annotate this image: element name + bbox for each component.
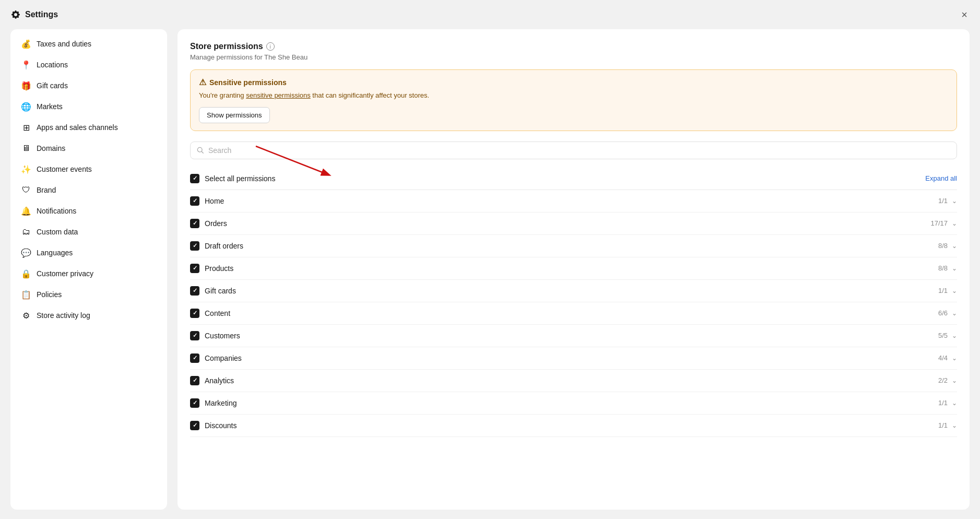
info-icon[interactable]: i bbox=[266, 42, 275, 51]
permission-count: 1/1 bbox=[938, 421, 948, 429]
permission-row: Customers 5/5 ⌄ bbox=[190, 325, 957, 347]
top-bar: Settings × bbox=[0, 0, 980, 29]
permissions-list: Home 1/1 ⌄ Orders 17/17 ⌄ Draft orders 8… bbox=[190, 190, 957, 437]
sensitive-permissions-link[interactable]: sensitive permissions bbox=[246, 91, 311, 99]
show-permissions-button[interactable]: Show permissions bbox=[199, 107, 270, 123]
permission-row: Home 1/1 ⌄ bbox=[190, 190, 957, 213]
sidebar-item-customer-events[interactable]: ✨ Customer events bbox=[13, 159, 165, 180]
select-all-checkbox[interactable] bbox=[190, 174, 199, 183]
chevron-down-icon[interactable]: ⌄ bbox=[952, 355, 957, 362]
permission-count: 1/1 bbox=[938, 399, 948, 407]
select-all-row: Select all permissions Expand all bbox=[190, 168, 957, 190]
search-input[interactable] bbox=[208, 146, 950, 155]
permission-count: 8/8 bbox=[938, 264, 948, 272]
permission-checkbox[interactable] bbox=[190, 286, 199, 296]
main-layout: 💰 Taxes and duties 📍 Locations 🎁 Gift ca… bbox=[0, 29, 980, 519]
permission-label: Analytics bbox=[205, 376, 938, 385]
expand-all-button[interactable]: Expand all bbox=[925, 174, 957, 182]
svg-line-1 bbox=[202, 151, 203, 153]
sidebar-icon-taxes-duties: 💰 bbox=[21, 39, 31, 49]
sidebar-icon-apps-sales: ⊞ bbox=[21, 122, 31, 133]
sidebar-item-taxes-duties[interactable]: 💰 Taxes and duties bbox=[13, 33, 165, 54]
search-icon bbox=[197, 147, 204, 154]
chevron-down-icon[interactable]: ⌄ bbox=[952, 242, 957, 250]
chevron-down-icon[interactable]: ⌄ bbox=[952, 220, 957, 227]
sidebar-icon-domains: 🖥 bbox=[21, 143, 31, 154]
permissions-subtitle: Manage permissions for The She Beau bbox=[190, 53, 957, 61]
sidebar-item-brand[interactable]: 🛡 Brand bbox=[13, 180, 165, 200]
permission-count: 4/4 bbox=[938, 354, 948, 362]
sidebar-icon-locations: 📍 bbox=[21, 60, 31, 70]
sidebar-item-notifications[interactable]: 🔔 Notifications bbox=[13, 200, 165, 221]
permission-count: 17/17 bbox=[930, 219, 948, 227]
close-button[interactable]: × bbox=[959, 7, 970, 22]
chevron-down-icon[interactable]: ⌄ bbox=[952, 377, 957, 384]
sidebar-icon-policies: 📋 bbox=[21, 289, 31, 300]
permission-checkbox[interactable] bbox=[190, 421, 199, 430]
chevron-down-icon[interactable]: ⌄ bbox=[952, 287, 957, 294]
permission-label: Discounts bbox=[205, 421, 938, 430]
sidebar: 💰 Taxes and duties 📍 Locations 🎁 Gift ca… bbox=[10, 29, 167, 510]
sidebar-icon-customer-events: ✨ bbox=[21, 164, 31, 174]
select-all-label: Select all permissions bbox=[205, 174, 925, 183]
permission-label: Content bbox=[205, 309, 938, 317]
sidebar-item-markets[interactable]: 🌐 Markets bbox=[13, 96, 165, 117]
sidebar-item-customer-privacy[interactable]: 🔒 Customer privacy bbox=[13, 263, 165, 284]
permission-count: 6/6 bbox=[938, 309, 948, 317]
sidebar-item-gift-cards[interactable]: 🎁 Gift cards bbox=[13, 75, 165, 96]
sidebar-label-gift-cards: Gift cards bbox=[37, 81, 68, 90]
permission-label: Draft orders bbox=[205, 242, 938, 250]
warning-icon: ⚠ bbox=[199, 77, 206, 87]
sidebar-item-domains[interactable]: 🖥 Domains bbox=[13, 138, 165, 159]
sidebar-icon-languages: 💬 bbox=[21, 247, 31, 258]
sidebar-icon-custom-data: 🗂 bbox=[21, 227, 31, 237]
sidebar-label-languages: Languages bbox=[37, 249, 73, 257]
sidebar-item-store-activity-log[interactable]: ⚙ Store activity log bbox=[13, 305, 165, 326]
permission-row: Analytics 2/2 ⌄ bbox=[190, 370, 957, 392]
chevron-down-icon[interactable]: ⌄ bbox=[952, 310, 957, 317]
permission-row: Discounts 1/1 ⌄ bbox=[190, 415, 957, 437]
permission-row: Gift cards 1/1 ⌄ bbox=[190, 280, 957, 302]
sidebar-item-languages[interactable]: 💬 Languages bbox=[13, 242, 165, 263]
sidebar-item-custom-data[interactable]: 🗂 Custom data bbox=[13, 221, 165, 242]
permission-checkbox[interactable] bbox=[190, 196, 199, 206]
sidebar-label-locations: Locations bbox=[37, 61, 68, 69]
permission-checkbox[interactable] bbox=[190, 376, 199, 385]
sidebar-label-apps-sales: Apps and sales channels bbox=[37, 123, 118, 132]
chevron-down-icon[interactable]: ⌄ bbox=[952, 265, 957, 272]
app-title-container: Settings bbox=[10, 9, 58, 20]
sidebar-label-markets: Markets bbox=[37, 102, 63, 111]
sidebar-item-locations[interactable]: 📍 Locations bbox=[13, 54, 165, 75]
permission-label: Customers bbox=[205, 332, 938, 340]
app-title: Settings bbox=[25, 10, 58, 19]
permission-count: 1/1 bbox=[938, 287, 948, 294]
sidebar-label-domains: Domains bbox=[37, 144, 65, 152]
sidebar-icon-markets: 🌐 bbox=[21, 101, 31, 112]
permission-checkbox[interactable] bbox=[190, 219, 199, 228]
sidebar-item-policies[interactable]: 📋 Policies bbox=[13, 284, 165, 305]
chevron-down-icon[interactable]: ⌄ bbox=[952, 422, 957, 429]
sidebar-item-apps-sales[interactable]: ⊞ Apps and sales channels bbox=[13, 117, 165, 138]
sidebar-label-taxes-duties: Taxes and duties bbox=[37, 40, 91, 48]
permission-checkbox[interactable] bbox=[190, 241, 199, 251]
sidebar-icon-store-activity-log: ⚙ bbox=[21, 310, 31, 321]
chevron-down-icon[interactable]: ⌄ bbox=[952, 332, 957, 339]
sidebar-icon-notifications: 🔔 bbox=[21, 206, 31, 216]
permission-checkbox[interactable] bbox=[190, 264, 199, 273]
permission-checkbox[interactable] bbox=[190, 398, 199, 408]
permission-checkbox[interactable] bbox=[190, 309, 199, 318]
permission-row: Companies 4/4 ⌄ bbox=[190, 347, 957, 370]
content-area: Store permissions i Manage permissions f… bbox=[178, 29, 970, 510]
sidebar-label-brand: Brand bbox=[37, 186, 56, 194]
warning-banner: ⚠ Sensitive permissions You're granting … bbox=[190, 69, 957, 131]
chevron-down-icon[interactable]: ⌄ bbox=[952, 197, 957, 205]
chevron-down-icon[interactable]: ⌄ bbox=[952, 399, 957, 407]
sidebar-label-store-activity-log: Store activity log bbox=[37, 311, 90, 320]
permission-label: Products bbox=[205, 264, 938, 273]
permission-row: Products 8/8 ⌄ bbox=[190, 257, 957, 280]
permission-checkbox[interactable] bbox=[190, 353, 199, 363]
permissions-header: Store permissions i bbox=[190, 42, 957, 51]
permission-count: 2/2 bbox=[938, 376, 948, 384]
sidebar-label-customer-events: Customer events bbox=[37, 165, 92, 173]
permission-checkbox[interactable] bbox=[190, 331, 199, 340]
